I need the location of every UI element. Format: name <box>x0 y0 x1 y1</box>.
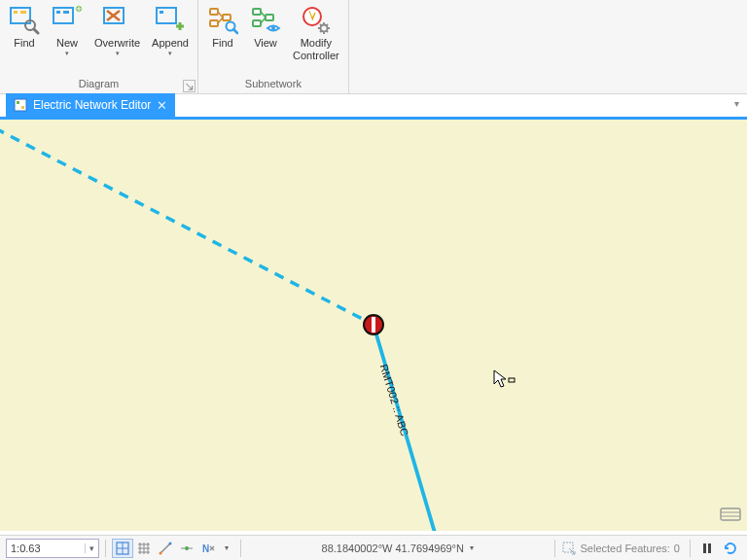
find-diagram-icon <box>9 5 40 36</box>
svg-line-4 <box>34 29 38 33</box>
selected-features-status: Selected Features: 0 <box>561 541 680 556</box>
svg-point-62 <box>169 542 172 544</box>
pause-drawing-button[interactable] <box>696 539 718 558</box>
svg-rect-42 <box>21 106 24 109</box>
svg-point-29 <box>271 26 275 30</box>
overwrite-diagram-label: Overwrite <box>94 37 140 50</box>
refresh-button[interactable] <box>720 539 741 558</box>
chevron-down-icon[interactable]: ▾ <box>85 543 98 553</box>
map-canvas[interactable]: RMT002 :: ABC <box>0 120 747 531</box>
find-diagram-button[interactable]: Find <box>6 2 43 52</box>
grid-toggle-button[interactable] <box>133 539 155 558</box>
svg-rect-25 <box>253 20 261 26</box>
append-diagram-label: Append <box>152 37 189 50</box>
svg-line-36 <box>320 24 322 26</box>
find-subnetwork-button[interactable]: Find <box>204 2 241 52</box>
svg-line-60 <box>160 543 170 553</box>
ribbon-toolbar: Find New ▾ <box>0 0 747 94</box>
svg-rect-41 <box>17 101 19 104</box>
append-diagram-icon <box>155 5 186 36</box>
view-subnetwork-button[interactable]: View <box>247 2 284 52</box>
svg-rect-5 <box>53 8 73 23</box>
svg-line-38 <box>320 31 322 33</box>
chevron-down-icon: ▾ <box>168 50 172 57</box>
svg-rect-68 <box>703 543 706 553</box>
coords-text: 88.1840002°W 41.7694969°N <box>322 542 464 554</box>
append-diagram-button[interactable]: Append ▾ <box>149 2 192 60</box>
svg-rect-26 <box>266 15 273 20</box>
divider <box>690 540 691 557</box>
svg-point-30 <box>303 8 321 25</box>
svg-point-61 <box>160 551 162 554</box>
svg-rect-7 <box>63 11 69 14</box>
svg-line-23 <box>233 29 237 33</box>
chevron-down-icon: ▾ <box>65 50 69 57</box>
svg-rect-46 <box>372 317 375 332</box>
ribbon-group-diagram: Find New ▾ <box>0 0 198 93</box>
overwrite-diagram-button[interactable]: Overwrite ▾ <box>91 2 143 60</box>
selected-features-label: Selected Features: <box>581 542 670 554</box>
svg-line-37 <box>326 24 328 26</box>
divider <box>105 540 106 557</box>
svg-rect-48 <box>721 508 740 520</box>
inference-toggle-button[interactable] <box>176 539 197 558</box>
status-dropdown-button[interactable]: ▾ <box>219 539 234 558</box>
svg-text:N: N <box>202 543 209 554</box>
svg-line-39 <box>326 31 328 33</box>
selection-icon <box>561 541 577 556</box>
svg-point-63 <box>185 546 189 550</box>
divider <box>554 540 555 557</box>
constraints-toggle-button[interactable] <box>155 539 176 558</box>
svg-rect-14 <box>160 11 163 14</box>
svg-line-43 <box>0 128 374 325</box>
divider <box>240 540 241 557</box>
snapping-toggle-button[interactable] <box>112 539 133 558</box>
svg-rect-24 <box>253 9 261 15</box>
find-subnetwork-label: Find <box>212 37 232 50</box>
ribbon-group-diagram-label: Diagram <box>6 76 192 93</box>
chevron-down-icon[interactable]: ▾ <box>470 543 474 552</box>
view-subnetwork-label: View <box>254 37 277 50</box>
tab-title: Electric Network Editor <box>33 98 151 112</box>
new-diagram-icon <box>52 5 83 36</box>
view-tabstrip: Electric Network Editor ✕ ▾ <box>0 94 747 120</box>
find-diagram-label: Find <box>14 37 34 50</box>
modify-controller-button[interactable]: Modify Controller <box>290 2 342 65</box>
overwrite-diagram-icon <box>102 5 133 36</box>
status-bar: ▾ N ▾ 88.1840002°W 41.7694969°N ▾ Select… <box>0 535 747 560</box>
find-subnetwork-icon <box>207 5 238 36</box>
coordinate-readout[interactable]: 88.1840002°W 41.7694969°N ▾ <box>322 542 474 554</box>
svg-rect-69 <box>708 543 711 553</box>
chevron-down-icon: ▾ <box>116 50 120 57</box>
tab-electric-network-editor[interactable]: Electric Network Editor ✕ <box>6 93 175 117</box>
correction-toggle-button[interactable]: N <box>197 539 219 558</box>
ribbon-group-subnetwork-label: Subnetwork <box>204 76 342 93</box>
svg-rect-6 <box>56 11 60 14</box>
map-features-layer <box>0 120 747 531</box>
ribbon-group-subnetwork: Find View <box>198 0 349 93</box>
new-diagram-label: New <box>56 37 78 50</box>
svg-point-31 <box>320 25 327 32</box>
modify-controller-label: Modify Controller <box>293 37 339 62</box>
svg-rect-19 <box>223 15 231 20</box>
new-diagram-button[interactable]: New ▾ <box>49 2 86 60</box>
map-scale-input[interactable] <box>7 540 85 557</box>
tabstrip-options-button[interactable]: ▾ <box>734 98 739 109</box>
svg-rect-18 <box>210 20 218 26</box>
svg-rect-1 <box>14 11 18 14</box>
map-scale-selector[interactable]: ▾ <box>6 539 99 558</box>
modify-controller-icon <box>301 5 332 36</box>
svg-rect-40 <box>15 99 26 111</box>
selected-features-count: 0 <box>674 542 680 554</box>
svg-rect-13 <box>157 8 176 23</box>
tab-close-button[interactable]: ✕ <box>157 98 167 113</box>
map-view-icon <box>14 98 27 112</box>
svg-rect-17 <box>210 9 218 15</box>
basemap-toggle-button[interactable] <box>720 504 741 523</box>
view-subnetwork-icon <box>250 5 281 36</box>
svg-rect-2 <box>20 11 26 14</box>
diagram-group-launcher[interactable] <box>183 80 196 92</box>
